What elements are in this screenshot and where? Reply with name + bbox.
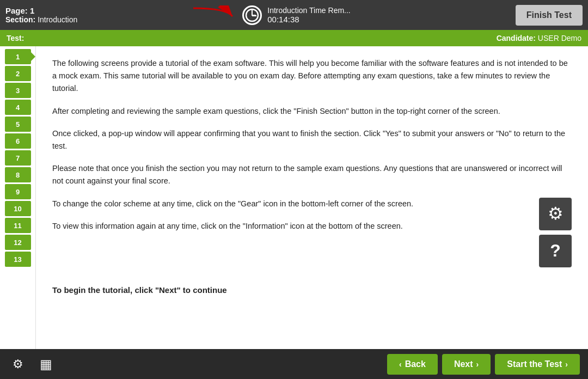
section-line: Section: Introduction (5, 15, 77, 24)
paragraph-2: After completing and reviewing the sampl… (52, 105, 572, 118)
start-test-label: Start the Test (507, 359, 562, 369)
sidebar: 12345678910111213 (0, 46, 35, 349)
page-number: 1 (30, 6, 34, 15)
timer-title: Introduction Time Rem... (267, 6, 351, 15)
back-label: Back (405, 359, 426, 369)
sidebar-item-11[interactable]: 11 (5, 218, 31, 233)
sidebar-item-4[interactable]: 4 (5, 100, 31, 115)
start-test-button[interactable]: Start the Test › (495, 354, 580, 375)
timer-text: Introduction Time Rem... 00:14:38 (267, 6, 351, 24)
settings-icon-button[interactable]: ⚙ (8, 354, 28, 374)
section-name: Introduction (38, 15, 77, 24)
candidate-area: Candidate: USER Demo (497, 34, 581, 42)
candidate-label: Candidate: (497, 34, 536, 42)
sidebar-item-8[interactable]: 8 (5, 167, 31, 182)
start-chevron-icon: › (565, 360, 568, 369)
page-line: Page: 1 (5, 6, 77, 15)
clock-svg (245, 8, 259, 22)
sidebar-item-1[interactable]: 1 (5, 49, 31, 64)
question-icon: ? (550, 237, 561, 265)
question-icon-box: ? (539, 235, 572, 267)
info-text: To view this information again at any ti… (52, 220, 528, 233)
gear-text: To change the color scheme at any time, … (52, 198, 528, 210)
footer-right: ‹ Back Next › Start the Test › (387, 354, 580, 375)
footer: ⚙ ▦ ‹ Back Next › Start the Test › (0, 349, 588, 379)
next-button[interactable]: Next › (442, 354, 491, 375)
paragraph-1: The following screens provide a tutorial… (52, 57, 572, 95)
sidebar-item-13[interactable]: 13 (5, 252, 31, 267)
icons-text: To change the color scheme at any time, … (52, 198, 528, 242)
sidebar-item-6[interactable]: 6 (5, 133, 31, 149)
icons-col: ⚙ ? (539, 198, 572, 267)
footer-left: ⚙ ▦ (8, 354, 56, 374)
candidate-name: USER Demo (538, 34, 581, 42)
grid-icon-button[interactable]: ▦ (36, 354, 56, 374)
sidebar-item-12[interactable]: 12 (5, 235, 31, 250)
sidebar-item-9[interactable]: 9 (5, 184, 31, 199)
sidebar-item-5[interactable]: 5 (5, 117, 31, 132)
sidebar-item-7[interactable]: 7 (5, 150, 31, 166)
icons-row: To change the color scheme at any time, … (52, 198, 572, 267)
paragraph-4: Please note that once you finish the sec… (52, 162, 572, 187)
sidebar-item-10[interactable]: 10 (5, 201, 31, 216)
gear-footer-icon: ⚙ (13, 357, 23, 371)
back-button[interactable]: ‹ Back (387, 354, 438, 375)
gear-icon: ⚙ (548, 200, 564, 228)
page-section-info: Page: 1 Section: Introduction (5, 6, 77, 24)
continue-text: To begin the tutorial, click "Next" to c… (52, 284, 572, 297)
grid-icon: ▦ (40, 357, 52, 372)
timer-area: Introduction Time Rem... 00:14:38 (242, 5, 351, 25)
section-label: Section: (5, 15, 35, 24)
red-arrow-icon (193, 5, 237, 27)
main-area: 12345678910111213 The following screens … (0, 46, 588, 349)
header: Page: 1 Section: Introduction Int (0, 0, 588, 30)
next-chevron-icon: › (476, 360, 479, 369)
test-label-area: Test: (7, 34, 24, 42)
test-bar: Test: Candidate: USER Demo (0, 30, 588, 46)
finish-test-button[interactable]: Finish Test (516, 5, 583, 26)
content-area: The following screens provide a tutorial… (35, 46, 588, 349)
paragraph-3: Once clicked, a pop-up window will appea… (52, 127, 572, 152)
svg-point-1 (246, 9, 258, 21)
timer-time: 00:14:38 (267, 15, 351, 24)
next-label: Next (454, 359, 473, 369)
sidebar-item-3[interactable]: 3 (5, 83, 31, 98)
page-label: Page: (5, 6, 28, 15)
sidebar-item-2[interactable]: 2 (5, 66, 31, 81)
clock-icon (242, 5, 262, 25)
gear-icon-box: ⚙ (539, 198, 572, 230)
back-chevron-icon: ‹ (399, 360, 402, 369)
test-label: Test: (7, 34, 24, 42)
